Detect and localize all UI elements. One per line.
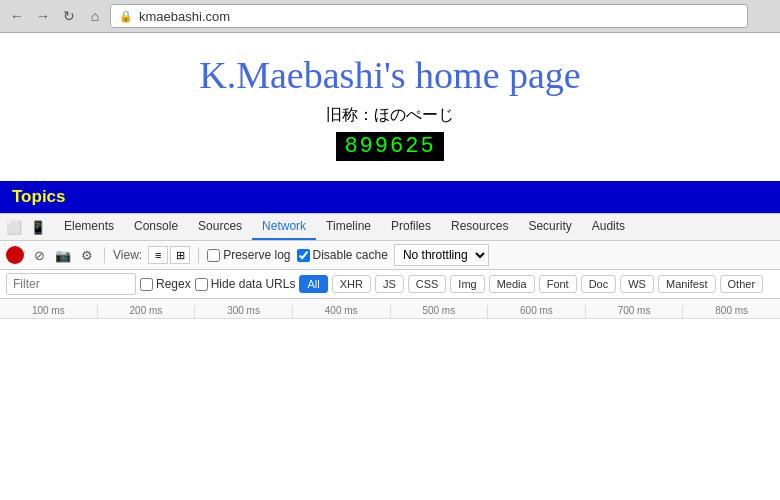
home-button[interactable]: ⌂ (84, 5, 106, 27)
view-label: View: (113, 248, 142, 262)
record-button[interactable] (6, 246, 24, 264)
topics-label: Topics (12, 187, 66, 206)
clear-button[interactable]: ⊘ (30, 246, 48, 264)
hide-data-urls-text: Hide data URLs (211, 277, 296, 291)
filter-chip-font[interactable]: Font (539, 275, 577, 293)
filter-chip-js[interactable]: JS (375, 275, 404, 293)
page-subtitle: 旧称：ほのぺーじ (20, 105, 760, 126)
filter-chip-all[interactable]: All (299, 275, 327, 293)
back-button[interactable]: ← (6, 5, 28, 27)
filter-input[interactable] (6, 273, 136, 295)
ruler-tick-200: 200 ms (97, 305, 195, 318)
disable-cache-checkbox[interactable] (297, 249, 310, 262)
disable-cache-text: Disable cache (313, 248, 388, 262)
filter-button[interactable]: ⚙ (78, 246, 96, 264)
ruler-tick-500: 500 ms (390, 305, 488, 318)
preserve-log-checkbox[interactable] (207, 249, 220, 262)
timeline-ruler: 100 ms 200 ms 300 ms 400 ms 500 ms 600 m… (0, 299, 780, 319)
inspect-element-button[interactable]: ⬜ (4, 217, 24, 237)
tab-console[interactable]: Console (124, 214, 188, 240)
filter-chip-ws[interactable]: WS (620, 275, 654, 293)
devtools-icon-group: ⬜ 📱 (4, 217, 48, 237)
devtools-panel: ⬜ 📱 Elements Console Sources Network Tim… (0, 213, 780, 374)
filter-chip-img[interactable]: Img (450, 275, 484, 293)
reload-button[interactable]: ↻ (58, 5, 80, 27)
hide-data-urls-label[interactable]: Hide data URLs (195, 277, 296, 291)
tab-security[interactable]: Security (518, 214, 581, 240)
preserve-log-text: Preserve log (223, 248, 290, 262)
ruler-tick-400: 400 ms (292, 305, 390, 318)
timeline-area: 100 ms 200 ms 300 ms 400 ms 500 ms 600 m… (0, 299, 780, 374)
ruler-tick-100: 100 ms (0, 305, 97, 318)
tab-resources[interactable]: Resources (441, 214, 518, 240)
tab-audits[interactable]: Audits (582, 214, 635, 240)
regex-text: Regex (156, 277, 191, 291)
filter-chip-doc[interactable]: Doc (581, 275, 617, 293)
regex-checkbox[interactable] (140, 278, 153, 291)
url-text: kmaebashi.com (139, 9, 230, 24)
ruler-tick-600: 600 ms (487, 305, 585, 318)
forward-button[interactable]: → (32, 5, 54, 27)
topics-bar: Topics (0, 181, 780, 213)
timeline-content (0, 319, 780, 374)
tab-profiles[interactable]: Profiles (381, 214, 441, 240)
regex-label[interactable]: Regex (140, 277, 191, 291)
lock-icon: 🔒 (119, 10, 133, 23)
ruler-tick-700: 700 ms (585, 305, 683, 318)
browser-chrome: ← → ↻ ⌂ 🔒 kmaebashi.com (0, 0, 780, 33)
tab-network[interactable]: Network (252, 214, 316, 240)
tab-sources[interactable]: Sources (188, 214, 252, 240)
view-buttons: ≡ ⊞ (148, 246, 190, 264)
group-view-button[interactable]: ⊞ (170, 246, 190, 264)
filter-chip-other[interactable]: Other (720, 275, 764, 293)
tab-timeline[interactable]: Timeline (316, 214, 381, 240)
tab-elements[interactable]: Elements (54, 214, 124, 240)
network-toolbar: ⊘ 📷 ⚙ View: ≡ ⊞ Preserve log Disable cac… (0, 241, 780, 270)
preserve-log-label[interactable]: Preserve log (207, 248, 290, 262)
toolbar-divider-2 (198, 247, 199, 263)
screenshot-button[interactable]: 📷 (54, 246, 72, 264)
device-mode-button[interactable]: 📱 (28, 217, 48, 237)
hide-data-urls-checkbox[interactable] (195, 278, 208, 291)
toolbar-divider (104, 247, 105, 263)
devtools-tab-bar: ⬜ 📱 Elements Console Sources Network Tim… (0, 214, 780, 241)
browser-toolbar: ← → ↻ ⌂ 🔒 kmaebashi.com (0, 0, 780, 32)
filter-chip-css[interactable]: CSS (408, 275, 447, 293)
disable-cache-label[interactable]: Disable cache (297, 248, 388, 262)
filter-bar: Regex Hide data URLs All XHR JS CSS Img … (0, 270, 780, 299)
address-bar[interactable]: 🔒 kmaebashi.com (110, 4, 748, 28)
visit-counter: 899625 (336, 132, 443, 161)
page-title: K.Maebashi's home page (20, 53, 760, 97)
list-view-button[interactable]: ≡ (148, 246, 168, 264)
page-content: K.Maebashi's home page 旧称：ほのぺーじ 899625 (0, 33, 780, 181)
filter-chip-media[interactable]: Media (489, 275, 535, 293)
filter-chip-xhr[interactable]: XHR (332, 275, 371, 293)
throttle-select[interactable]: No throttling (394, 244, 489, 266)
filter-chip-manifest[interactable]: Manifest (658, 275, 716, 293)
ruler-tick-300: 300 ms (194, 305, 292, 318)
ruler-tick-800: 800 ms (682, 305, 780, 318)
